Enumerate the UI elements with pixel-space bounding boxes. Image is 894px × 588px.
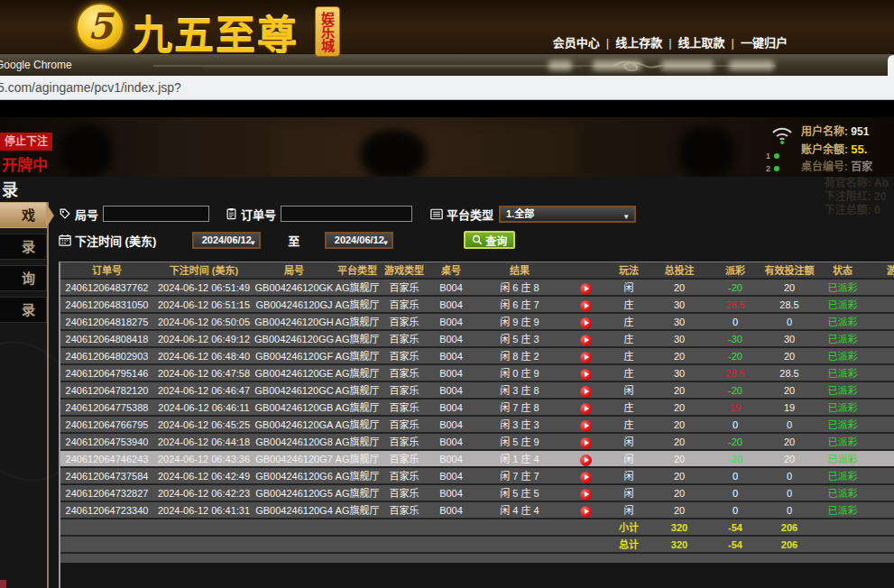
result-cell: 闲 7 庄 8 bbox=[475, 400, 565, 415]
table-no-line: 桌台编号: 百家 bbox=[801, 159, 872, 176]
round-cell: GB004246120GE bbox=[254, 365, 334, 381]
replay-icon[interactable] bbox=[580, 455, 592, 466]
valid-bet-cell: 20 bbox=[763, 348, 816, 363]
sidebar-item[interactable]: 录 bbox=[0, 234, 47, 260]
table-row[interactable]: 2406120647951462024-06-12 06:47:58GB0042… bbox=[60, 365, 894, 382]
round-no-input[interactable] bbox=[103, 206, 209, 222]
replay-icon[interactable] bbox=[580, 437, 592, 449]
sidebar-item[interactable]: 戏 bbox=[0, 202, 47, 228]
result-cell: 闲 3 庄 3 bbox=[475, 417, 565, 432]
replay-icon[interactable] bbox=[580, 283, 592, 295]
status-cell: 已派彩 bbox=[816, 502, 870, 518]
separator-strip bbox=[0, 100, 894, 117]
table-row[interactable]: 2406120647233402024-06-12 06:41:31GB0042… bbox=[60, 502, 894, 519]
round-cell: GB004246120GF bbox=[254, 348, 334, 363]
play-type-cell: 闲 bbox=[606, 434, 651, 449]
grand-total-label: 总计 bbox=[606, 537, 651, 552]
column-header: 玩法 bbox=[606, 262, 651, 278]
replay-cell bbox=[565, 280, 606, 295]
table-no-cell: B004 bbox=[428, 434, 475, 449]
table-row[interactable]: 2406120647753882024-06-12 06:46:11GB0042… bbox=[60, 400, 894, 417]
replay-icon[interactable] bbox=[580, 317, 592, 329]
table-row[interactable]: 2406120647821202024-06-12 06:46:47GB0042… bbox=[60, 382, 894, 400]
status-cell: 已派彩 bbox=[816, 400, 870, 415]
bet-time-label: 下注时间 (美东) bbox=[75, 232, 156, 249]
ghost-text: 下注限红: 20 bbox=[825, 190, 889, 204]
replay-cell bbox=[565, 297, 606, 312]
extra-cell bbox=[870, 297, 894, 312]
replay-icon[interactable] bbox=[580, 403, 592, 415]
table-row[interactable]: 2406120647328272024-06-12 06:42:23GB0042… bbox=[60, 485, 894, 502]
to-label: 至 bbox=[288, 232, 300, 249]
table-row[interactable]: 2406120647375842024-06-12 06:42:49GB0042… bbox=[60, 468, 894, 485]
replay-icon[interactable] bbox=[580, 489, 592, 501]
replay-icon[interactable] bbox=[580, 506, 592, 518]
payout-cell: -30 bbox=[707, 331, 763, 346]
replay-icon[interactable] bbox=[580, 369, 592, 381]
site-header: 5 九五至尊 娱乐城 会员中心|线上存款|线上取款|一键归户 bbox=[0, 0, 894, 53]
table-row[interactable]: 2406120647462432024-06-12 06:43:36GB0042… bbox=[60, 451, 894, 468]
payout-cell: 0 bbox=[707, 314, 763, 329]
table-no-cell: B004 bbox=[428, 417, 475, 432]
calendar-icon bbox=[59, 234, 71, 246]
nav-link[interactable]: 线上存款 bbox=[615, 36, 662, 50]
table-row[interactable]: 2406120648029032024-06-12 06:48:40GB0042… bbox=[60, 348, 894, 365]
order-cell: 240612064831050 bbox=[60, 297, 153, 312]
search-button[interactable]: 查询 bbox=[464, 231, 515, 249]
order-cell: 240612064775388 bbox=[60, 400, 153, 415]
replay-icon[interactable] bbox=[580, 386, 592, 398]
replay-icon[interactable] bbox=[580, 300, 592, 312]
ghost-text: 下注总额: 0 bbox=[825, 204, 889, 217]
sidebar-item[interactable]: 录 bbox=[0, 297, 47, 323]
game-type-cell: 百家乐 bbox=[381, 297, 428, 312]
table-row[interactable]: 2406120648377622024-06-12 06:51:49GB0042… bbox=[60, 280, 894, 297]
sidebar-item[interactable]: 询 bbox=[0, 265, 47, 291]
platform-select[interactable]: 1.全部 ▼ bbox=[499, 206, 636, 223]
extra-cell bbox=[870, 400, 894, 415]
game-type-cell: 百家乐 bbox=[381, 280, 428, 295]
empty-cell bbox=[381, 537, 428, 552]
table-row[interactable]: 2406120648182752024-06-12 06:50:05GB0042… bbox=[60, 314, 894, 331]
filter-row-1: 局号 订单号 平台类型 1.全部 ▼ bbox=[59, 204, 636, 224]
table-no-cell: B004 bbox=[428, 314, 475, 329]
replay-icon[interactable] bbox=[580, 420, 592, 432]
result-cell: 闲 0 庄 9 bbox=[475, 365, 565, 381]
table-row[interactable]: 2406120647667952024-06-12 06:45:25GB0042… bbox=[60, 417, 894, 434]
result-cell: 闲 5 庄 5 bbox=[475, 485, 565, 501]
valid-bet-cell: 20 bbox=[763, 280, 816, 295]
status-cell: 已派彩 bbox=[816, 280, 870, 295]
address-bar[interactable]: 5.com/agingame/pcv1/index.jsp? bbox=[0, 76, 894, 100]
nav-link[interactable]: 线上取款 bbox=[678, 36, 725, 50]
replay-icon[interactable] bbox=[580, 352, 592, 363]
extra-cell bbox=[870, 331, 894, 346]
table-row[interactable]: 2406120648310502024-06-12 06:51:15GB0042… bbox=[60, 297, 894, 314]
status-cell: 已派彩 bbox=[816, 314, 870, 329]
order-cell: 240612064723340 bbox=[60, 502, 153, 518]
nav-link[interactable]: 一键归户 bbox=[741, 36, 788, 50]
date-to-select[interactable]: 2024/06/12 ▼ bbox=[325, 232, 393, 249]
replay-icon[interactable] bbox=[580, 472, 592, 483]
nav-link[interactable]: 会员中心 bbox=[553, 36, 600, 50]
replay-cell bbox=[565, 331, 606, 346]
column-header: 游戏类型 bbox=[381, 262, 428, 278]
replay-icon[interactable] bbox=[580, 335, 592, 346]
column-header: 有效投注额 bbox=[763, 262, 816, 278]
status-cell: 已派彩 bbox=[816, 417, 870, 432]
total-bet-cell: 20 bbox=[651, 434, 707, 449]
order-no-input[interactable] bbox=[281, 206, 412, 222]
order-cell: 240612064802903 bbox=[60, 348, 153, 363]
column-header bbox=[565, 262, 606, 278]
total-bet-cell: 30 bbox=[651, 314, 707, 329]
column-header: 派彩 bbox=[707, 262, 763, 278]
round-cell: GB004246120G8 bbox=[254, 434, 334, 449]
table-row[interactable]: 2406120648084182024-06-12 06:49:12GB0042… bbox=[60, 331, 894, 348]
date-from-select[interactable]: 2024/06/12 ▼ bbox=[192, 232, 261, 249]
table-row[interactable]: 2406120647539402024-06-12 06:44:18GB0042… bbox=[60, 434, 894, 451]
platform-cell: AG旗舰厅 bbox=[334, 297, 381, 312]
time-cell: 2024-06-12 06:46:11 bbox=[153, 400, 254, 415]
filter-row-2: 下注时间 (美东) 2024/06/12 ▼ 至 2024/06/12 ▼ 查询 bbox=[59, 230, 636, 250]
extra-cell bbox=[870, 502, 894, 518]
status-cell: 已派彩 bbox=[816, 297, 870, 312]
extra-cell bbox=[870, 314, 894, 329]
platform-cell: AG旗舰厅 bbox=[334, 434, 381, 449]
